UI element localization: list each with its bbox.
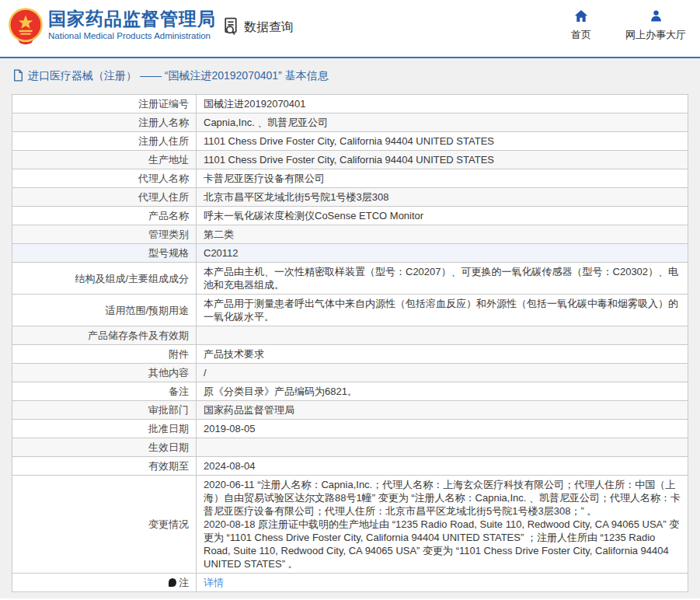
row-value: 2024-08-04: [197, 457, 688, 476]
row-label-text: 产品储存条件及有效期: [88, 330, 189, 341]
table-row: 批准日期2019-08-05: [12, 420, 688, 438]
table-row: 代理人名称卡普尼亚医疗设备有限公司: [12, 169, 688, 188]
data-query-label: 数据查询: [244, 19, 294, 36]
row-value-text: 国械注进20192070401: [204, 98, 306, 110]
row-label: 型号规格: [12, 244, 197, 263]
row-value-text: /: [204, 367, 207, 378]
row-label: 注册证编号: [12, 95, 197, 113]
row-value: 呼末一氧化碳浓度检测仪CoSense ETCO Monitor: [197, 207, 688, 225]
table-row: 生产地址1101 Chess Drive Foster City, Califo…: [12, 151, 688, 169]
row-value: Capnia,Inc. 、凯普尼亚公司: [197, 113, 688, 132]
row-label: 备注: [12, 382, 197, 401]
row-label: 产品储存条件及有效期: [12, 326, 197, 345]
nav-item-label: 网上办事大厅: [625, 28, 686, 42]
row-value-text: 1101 Chess Drive Foster City, California…: [204, 135, 494, 147]
row-label-text: 附件: [169, 348, 189, 360]
site-header: 国家药品监督管理局 National Medical Products Admi…: [0, 0, 700, 58]
site-title: 国家药品监督管理局: [48, 9, 216, 29]
row-value: 2020-06-11 “注册人名称：Capnia,Inc.；代理人名称：上海玄众…: [197, 476, 688, 574]
row-label: 产品名称: [12, 207, 197, 225]
row-label: 管理类别: [12, 225, 197, 244]
row-value: 国械注进20192070401: [197, 95, 688, 113]
row-label-text: 备注: [169, 385, 189, 397]
row-value: C20112: [197, 244, 688, 263]
table-row: 附件产品技术要求: [12, 345, 688, 364]
row-label-text: 注册人名称: [138, 117, 189, 128]
row-value: 北京市昌平区龙域北街5号院1号楼3层308: [197, 188, 688, 207]
row-label-text: 生产地址: [148, 154, 189, 166]
home-icon: [574, 9, 588, 25]
table-row: 型号规格C20112: [12, 244, 688, 263]
table-row: 代理人住所北京市昌平区龙域北街5号院1号楼3层308: [12, 188, 688, 207]
row-label-text: 其他内容: [148, 367, 189, 378]
row-value: 国家药品监督管理局: [197, 401, 688, 420]
table-row: 注详情: [12, 574, 688, 592]
table-row: 生效日期: [12, 438, 688, 457]
row-value-text: Capnia,Inc. 、凯普尼亚公司: [204, 117, 328, 128]
row-label: 生产地址: [12, 151, 197, 169]
row-value-text: 国家药品监督管理局: [204, 404, 294, 416]
top-nav: 首页 网上办事大厅: [571, 9, 686, 42]
row-value: 详情: [197, 574, 688, 592]
row-label-text: 注: [179, 577, 189, 588]
row-value: 2019-08-05: [197, 420, 688, 438]
nav-item-label: 首页: [571, 28, 591, 42]
table-row: 注册证编号国械注进20192070401: [12, 95, 688, 113]
national-emblem-icon: [8, 6, 44, 45]
table-row: 产品储存条件及有效期: [12, 326, 688, 345]
data-query-section[interactable]: 数据查询: [221, 16, 294, 39]
row-value: 第二类: [197, 225, 688, 244]
row-value: 产品技术要求: [197, 345, 688, 364]
row-value-text: 卡普尼亚医疗设备有限公司: [204, 173, 325, 184]
row-label-text: 批准日期: [148, 423, 189, 434]
row-label: 注册人住所: [12, 132, 197, 151]
row-value-text: 2020-06-11 “注册人名称：Capnia,Inc.；代理人名称：上海玄众…: [204, 479, 681, 570]
row-value: [197, 326, 688, 345]
table-row: 有效期至2024-08-04: [12, 457, 688, 476]
row-label-text: 代理人名称: [138, 173, 189, 184]
row-value-text: 本产品由主机、一次性精密取样装置（型号：C20207）、可更换的一氧化碳传感器（…: [204, 266, 678, 291]
table-row: 注册人名称Capnia,Inc. 、凯普尼亚公司: [12, 113, 688, 132]
row-value: 卡普尼亚医疗设备有限公司: [197, 169, 688, 188]
row-value-text: 原《分类目录》产品编码为6821。: [204, 385, 357, 397]
row-value: 原《分类目录》产品编码为6821。: [197, 382, 688, 401]
row-value-text: C20112: [204, 247, 239, 259]
row-label-text: 生效日期: [148, 441, 189, 453]
document-icon: [13, 69, 23, 84]
row-label: 其他内容: [12, 364, 197, 382]
page-body: 进口医疗器械（注册） —— “国械注进20192070401” 基本信息 注册证…: [0, 58, 700, 598]
row-label: 代理人住所: [12, 188, 197, 207]
row-value-text: 呼末一氧化碳浓度检测仪CoSense ETCO Monitor: [204, 210, 423, 222]
row-value-text: 1101 Chess Drive Foster City, California…: [204, 154, 494, 166]
row-label-text: 适用范围/预期用途: [105, 305, 189, 316]
nav-item-home[interactable]: 首页: [571, 9, 591, 42]
table-row: 管理类别第二类: [12, 225, 688, 244]
info-table: 注册证编号国械注进20192070401注册人名称Capnia,Inc. 、凯普…: [12, 94, 688, 592]
info-table-body: 注册证编号国械注进20192070401注册人名称Capnia,Inc. 、凯普…: [12, 95, 688, 592]
row-value: 1101 Chess Drive Foster City, California…: [197, 151, 688, 169]
nav-item-service-hall[interactable]: 网上办事大厅: [625, 9, 686, 42]
table-row: 其他内容/: [12, 364, 688, 382]
site-subtitle: National Medical Products Administration: [48, 30, 216, 42]
row-label: 注册人名称: [12, 113, 197, 132]
row-value-text: 2019-08-05: [204, 423, 256, 434]
detail-link[interactable]: 详情: [204, 577, 224, 588]
table-row: 注册人住所1101 Chess Drive Foster City, Calif…: [12, 132, 688, 151]
table-row: 适用范围/预期用途本产品用于测量患者呼出气体中来自内源性（包括溶血反应）和外源性…: [12, 295, 688, 326]
row-value-text: 本产品用于测量患者呼出气体中来自内源性（包括溶血反应）和外源性（包括一氧化碳中毒…: [204, 298, 678, 323]
row-label-text: 型号规格: [148, 247, 189, 259]
row-value-text: 第二类: [204, 228, 234, 240]
row-value-text: 产品技术要求: [204, 348, 264, 360]
row-label: 批准日期: [12, 420, 197, 438]
row-value: 本产品用于测量患者呼出气体中来自内源性（包括溶血反应）和外源性（包括一氧化碳中毒…: [197, 295, 688, 326]
row-label: 注: [12, 574, 197, 592]
breadcrumb: 进口医疗器械（注册） —— “国械注进20192070401” 基本信息: [12, 68, 688, 84]
breadcrumb-text: 进口医疗器械（注册） —— “国械注进20192070401” 基本信息: [28, 69, 329, 83]
row-value: [197, 438, 688, 457]
row-label: 附件: [12, 345, 197, 364]
row-label: 适用范围/预期用途: [12, 295, 197, 326]
row-label-text: 注册证编号: [138, 98, 189, 110]
row-label: 审批部门: [12, 401, 197, 420]
table-row: 产品名称呼末一氧化碳浓度检测仪CoSense ETCO Monitor: [12, 207, 688, 225]
row-label-text: 管理类别: [148, 228, 189, 240]
